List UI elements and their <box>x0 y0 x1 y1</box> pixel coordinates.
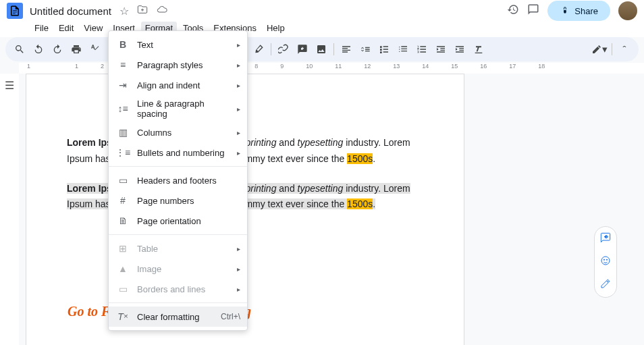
add-comment-float-icon[interactable] <box>597 232 614 246</box>
edit-mode-button[interactable]: ▾ <box>591 41 608 58</box>
redo-icon[interactable] <box>49 41 66 58</box>
emoji-react-icon[interactable] <box>597 255 614 269</box>
svg-point-2 <box>606 259 607 260</box>
format-page-orientation[interactable]: 🗎Page orientation <box>109 211 247 231</box>
bulleted-list-icon[interactable] <box>394 41 412 58</box>
highlight-button[interactable] <box>250 41 267 58</box>
history-icon[interactable] <box>507 3 519 18</box>
format-text[interactable]: BText▸ <box>109 34 247 55</box>
suggest-edit-icon[interactable] <box>597 278 614 292</box>
title-icons: ☆ <box>117 4 170 18</box>
star-icon[interactable]: ☆ <box>119 5 129 17</box>
outline-bar: ☰ <box>0 74 19 345</box>
format-image: ▲Image▸ <box>109 259 247 279</box>
svg-point-0 <box>601 257 610 265</box>
spellcheck-icon[interactable] <box>86 41 104 58</box>
checklist-icon[interactable] <box>375 41 393 58</box>
align-button[interactable] <box>338 41 355 58</box>
numbered-list-icon[interactable] <box>413 41 431 58</box>
format-line-paragraph-spacing[interactable]: ↕≡Line & paragraph spacing▸ <box>109 95 247 122</box>
format-headers-and-footers[interactable]: ▭Headers and footers <box>109 170 247 190</box>
search-icon[interactable] <box>11 41 28 58</box>
format-page-numbers[interactable]: #Page numbers <box>109 190 247 211</box>
menu-help[interactable]: Help <box>263 22 289 34</box>
title-bar: Untitled document ☆ Share <box>0 0 644 22</box>
insert-image-icon[interactable] <box>313 41 330 58</box>
expand-up-icon[interactable]: ˆ <box>616 41 633 58</box>
print-icon[interactable] <box>68 41 85 58</box>
format-bullets-and-numbering[interactable]: ⋮≡Bullets and numbering▸ <box>109 142 247 163</box>
format-columns[interactable]: ▥Columns▸ <box>109 122 247 142</box>
svg-point-1 <box>603 259 604 260</box>
line-spacing-icon[interactable] <box>356 41 374 58</box>
decrease-indent-icon[interactable] <box>432 41 450 58</box>
format-paragraph-styles[interactable]: ≡Paragraph styles▸ <box>109 55 247 75</box>
clear-formatting-icon[interactable] <box>470 41 487 58</box>
insert-link-icon[interactable] <box>275 41 292 58</box>
share-label: Share <box>574 6 598 16</box>
comments-icon[interactable] <box>527 3 539 18</box>
format-align-and-indent[interactable]: ⇥Align and indent▸ <box>109 75 247 95</box>
menu-view[interactable]: View <box>80 22 107 34</box>
user-avatar[interactable] <box>618 1 637 20</box>
toolbar: − 15 + B I U A ▾ ˆ <box>5 37 639 61</box>
format-borders-and-lines: ▭Borders and lines▸ <box>109 279 247 299</box>
move-icon[interactable] <box>137 5 148 17</box>
menu-file[interactable]: File <box>30 22 53 34</box>
floating-comment-bar <box>594 226 617 298</box>
add-comment-icon[interactable] <box>294 41 311 58</box>
menu-bar: FileEditViewInsertFormatToolsExtensionsH… <box>0 22 644 37</box>
increase-indent-icon[interactable] <box>451 41 468 58</box>
cloud-status-icon[interactable] <box>157 5 167 17</box>
outline-icon[interactable]: ☰ <box>5 80 14 91</box>
undo-icon[interactable] <box>30 41 47 58</box>
share-button[interactable]: Share <box>547 1 610 21</box>
format-dropdown: BText▸≡Paragraph styles▸⇥Align and inden… <box>108 30 248 331</box>
docs-logo[interactable] <box>7 3 23 19</box>
document-title[interactable]: Untitled document <box>30 5 111 17</box>
menu-edit[interactable]: Edit <box>55 22 78 34</box>
format-table: ⊞Table▸ <box>109 238 247 259</box>
format-clear-formatting[interactable]: T×Clear formattingCtrl+\ <box>109 307 247 327</box>
